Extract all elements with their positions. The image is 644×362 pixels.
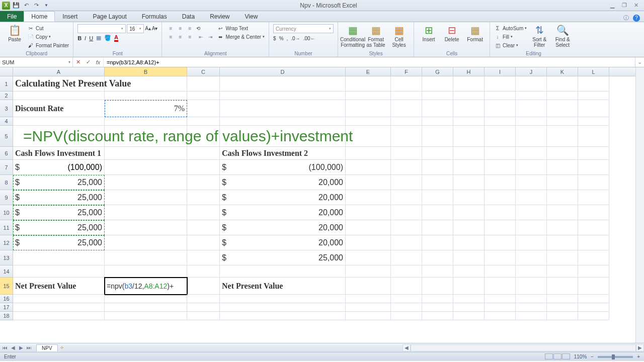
insert-cells-button[interactable]: ⊞Insert [418, 24, 439, 42]
increase-indent-icon[interactable]: ⇥ [206, 33, 215, 41]
col-header-A[interactable]: A [13, 67, 105, 76]
fx-icon[interactable]: fx [93, 59, 103, 65]
row-header[interactable]: 12 [0, 235, 13, 250]
row-header[interactable]: 2 [0, 92, 13, 100]
row-header[interactable]: 4 [0, 117, 13, 126]
align-right-icon[interactable]: ≡ [185, 33, 194, 41]
close-icon[interactable]: ✕ [631, 2, 642, 9]
cell-A10[interactable]: $25,000 [13, 205, 105, 220]
zoom-level[interactable]: 110% [574, 354, 587, 359]
cell-A8[interactable]: $25,000 [13, 175, 105, 190]
minimize-ribbon-icon[interactable]: ⓘ [623, 14, 629, 22]
italic-button[interactable]: I [85, 35, 86, 41]
undo-icon[interactable]: ↶ [22, 2, 30, 10]
cell-D7[interactable]: $(100,000) [220, 160, 346, 175]
col-header-E[interactable]: E [346, 67, 391, 76]
cell-A5[interactable]: =NPV(discount rate, range of values)+inv… [13, 126, 105, 147]
merge-center-button[interactable]: ⬌Merge & Center▾ [217, 33, 265, 41]
fill-button[interactable]: ↓Fill▾ [494, 33, 527, 41]
cell-A9[interactable]: $25,000 [13, 190, 105, 205]
align-left-icon[interactable]: ≡ [166, 33, 175, 41]
comma-format-icon[interactable]: , [287, 34, 288, 42]
review-tab[interactable]: Review [202, 11, 237, 22]
sort-filter-button[interactable]: ⇅Sort & Filter [529, 24, 550, 48]
increase-font-icon[interactable]: A▴ [145, 24, 151, 32]
format-painter-button[interactable]: 🖌Format Painter [27, 41, 69, 49]
row-header[interactable]: 18 [0, 312, 13, 320]
cell-D6[interactable]: Cash Flows Investment 2 [220, 147, 346, 160]
formulas-tab[interactable]: Formulas [134, 11, 175, 22]
cell-D11[interactable]: $20,000 [220, 220, 346, 235]
minimize-icon[interactable]: ▁ [607, 2, 618, 9]
cell-A11[interactable]: $25,000 [13, 220, 105, 235]
row-header[interactable]: 15 [0, 278, 13, 295]
col-header-D[interactable]: D [220, 67, 346, 76]
row-header[interactable]: 8 [0, 175, 13, 190]
decrease-decimal-icon[interactable]: .00← [303, 34, 315, 42]
clear-button[interactable]: ◫Clear▾ [494, 41, 527, 49]
col-header-I[interactable]: I [485, 67, 516, 76]
row-header[interactable]: 9 [0, 190, 13, 205]
autosum-button[interactable]: ΣAutoSum▾ [494, 24, 527, 32]
decrease-font-icon[interactable]: A▾ [152, 24, 158, 32]
format-as-table-button[interactable]: ▦Format as Table [365, 24, 386, 48]
cell-D8[interactable]: $20,000 [220, 175, 346, 190]
horizontal-scrollbar[interactable]: ◀▶ [403, 343, 644, 352]
copy-button[interactable]: 📄Copy▾ [27, 33, 69, 41]
sheet-nav-last-icon[interactable]: ⏭ [25, 345, 33, 350]
row-header[interactable]: 13 [0, 250, 13, 265]
align-top-icon[interactable]: ≡ [166, 24, 175, 32]
conditional-formatting-button[interactable]: ▦Conditional Formatting [342, 24, 363, 48]
bold-button[interactable]: B [77, 35, 82, 41]
zoom-out-icon[interactable]: − [591, 354, 594, 359]
paste-button[interactable]: 📋Paste [4, 24, 25, 42]
cell-B3[interactable]: 7% [105, 100, 187, 117]
cell-D12[interactable]: $20,000 [220, 235, 346, 250]
col-header-B[interactable]: B [105, 67, 187, 76]
wrap-text-button[interactable]: ↩Wrap Text [217, 24, 265, 32]
font-family-select[interactable]: ▾ [77, 24, 126, 33]
border-button[interactable]: ▦ [96, 35, 101, 41]
cancel-formula-icon[interactable]: ✕ [73, 59, 83, 65]
select-all-corner[interactable] [0, 67, 13, 76]
increase-decimal-icon[interactable]: .0→ [291, 34, 300, 42]
zoom-in-icon[interactable]: + [637, 354, 640, 359]
home-tab[interactable]: Home [24, 11, 55, 22]
row-header[interactable]: 10 [0, 205, 13, 220]
align-bottom-icon[interactable]: ≡ [185, 24, 194, 32]
qat-dropdown-icon[interactable]: ▼ [42, 2, 50, 10]
sheet-nav-next-icon[interactable]: ▶ [17, 345, 25, 350]
row-header[interactable]: 11 [0, 220, 13, 235]
cell-A3[interactable]: Discount Rate [13, 100, 105, 117]
decrease-indent-icon[interactable]: ⇤ [196, 33, 205, 41]
name-box[interactable]: SUM▾ [0, 57, 73, 67]
row-header[interactable]: 3 [0, 100, 13, 117]
cell-B15-active[interactable]: =npv(b3/12,A8:A12)+ [105, 278, 187, 295]
cell-A12[interactable]: $25,000 [13, 235, 105, 250]
col-header-F[interactable]: F [391, 67, 422, 76]
align-center-icon[interactable]: ≡ [176, 33, 185, 41]
sheet-tab-npv[interactable]: NPV [36, 344, 58, 351]
cell-D10[interactable]: $20,000 [220, 205, 346, 220]
col-header-K[interactable]: K [547, 67, 578, 76]
page-layout-tab[interactable]: Page Layout [85, 11, 134, 22]
cut-button[interactable]: ✂Cut [27, 24, 69, 32]
spreadsheet-grid[interactable]: 1 Calculating Net Present Value 2 3 Disc… [0, 76, 644, 343]
fill-color-button[interactable]: 🪣 [104, 35, 111, 41]
font-color-button[interactable]: A [114, 34, 118, 42]
row-header[interactable]: 14 [0, 265, 13, 278]
redo-icon[interactable]: ↷ [32, 2, 40, 10]
align-middle-icon[interactable]: ≡ [176, 24, 185, 32]
number-format-select[interactable]: Currency▾ [273, 24, 334, 33]
formula-input[interactable]: =npv(b3/12,A8:A12)+ [104, 57, 635, 67]
find-select-button[interactable]: 🔍Find & Select [552, 24, 573, 48]
row-header[interactable]: 16 [0, 295, 13, 303]
col-header-C[interactable]: C [187, 67, 220, 76]
cell-styles-button[interactable]: ▦Cell Styles [388, 24, 410, 48]
underline-button[interactable]: U [89, 35, 93, 41]
enter-formula-icon[interactable]: ✓ [83, 59, 93, 65]
row-header[interactable]: 6 [0, 147, 13, 160]
font-size-select[interactable]: 16▾ [127, 24, 144, 33]
new-sheet-icon[interactable]: ✧ [60, 345, 64, 350]
col-header-G[interactable]: G [422, 67, 453, 76]
